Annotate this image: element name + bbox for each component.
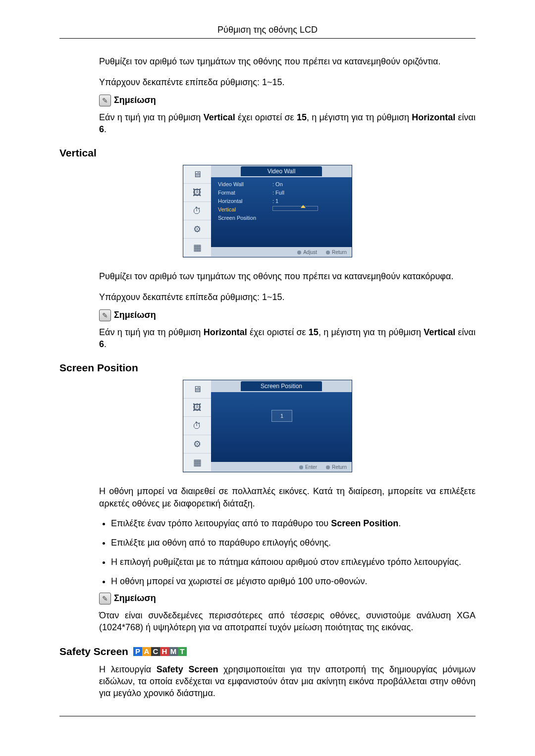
chip-c: C <box>151 647 160 656</box>
note-text: Εάν η τιμή για τη ρύθμιση Horizontal έχε… <box>99 326 476 351</box>
osd-footer-return: Return <box>326 464 347 470</box>
osd-body: 1 <box>211 392 352 462</box>
note-row: ✎ Σημείωση <box>99 593 476 605</box>
osd-icon-input: 🖥 <box>183 165 211 184</box>
t: έχει οριστεί σε <box>235 112 297 122</box>
t: 6 <box>99 339 104 349</box>
osd-key-selected: Vertical <box>218 206 272 212</box>
safety-text-block: Η λειτουργία Safety Screen χρησιμοποιείτ… <box>99 663 476 700</box>
osd-icon-picture: 🖼 <box>183 399 211 417</box>
note-text: Εάν η τιμή για τη ρύθμιση Vertical έχει … <box>99 111 476 136</box>
t: Horizontal <box>204 327 247 337</box>
osd-val: : 1 <box>272 198 346 204</box>
note-label: Σημείωση <box>114 593 156 604</box>
heading-text: Safety Screen <box>59 646 128 657</box>
body-text: Υπάρχουν δεκαπέντε επίπεδα ρύθμισης: 1~1… <box>99 291 476 303</box>
osd-video-wall: 🖥 🖼 ⏱ ⚙ ▦ Video Wall Video Wall: On Form… <box>59 165 476 257</box>
heading-screen-position: Screen Position <box>59 362 476 374</box>
osd-footer-adjust: Adjust <box>297 250 317 255</box>
list-item: Επιλέξτε μια οθόνη από το παράθυρο επιλο… <box>111 538 476 548</box>
mode-chips: P A C H M T <box>133 647 187 656</box>
osd-val: : Full <box>272 190 346 196</box>
osd-title-bar: Screen Position <box>211 380 352 392</box>
t: Εάν η τιμή για τη ρύθμιση <box>99 327 204 337</box>
osd-icon-settings: ⚙ <box>183 435 211 454</box>
list-item: Επιλέξτε έναν τρόπο λειτουργίας από το π… <box>111 518 476 529</box>
osd-screen-position: 🖥 🖼 ⏱ ⚙ ▦ Screen Position 1 Enter Return <box>59 380 476 472</box>
osd-icon-settings: ⚙ <box>183 220 211 239</box>
chip-a: A <box>142 647 151 656</box>
divider-top <box>59 38 476 39</box>
chip-h: H <box>160 647 169 656</box>
t: 15 <box>309 327 319 337</box>
osd-slider <box>272 206 346 212</box>
note-label: Σημείωση <box>114 310 156 320</box>
osd-footer-return: Return <box>326 250 347 255</box>
osd-sidebar: 🖥 🖼 ⏱ ⚙ ▦ <box>183 380 211 472</box>
t: είναι <box>455 112 476 122</box>
osd-key: Horizontal <box>218 198 272 204</box>
t: Εάν η τιμή για τη ρύθμιση <box>99 112 204 122</box>
osd-icon-multi: ▦ <box>183 454 211 472</box>
t: . <box>398 518 401 528</box>
body-text: Ρυθμίζει τον αριθμό των τμημάτων της οθό… <box>99 55 476 67</box>
osd-key: Format <box>218 190 272 196</box>
chip-m: M <box>169 647 178 656</box>
t: Safety Screen <box>157 664 218 674</box>
osd-grid-cell: 1 <box>271 410 292 422</box>
body-text: Υπάρχουν δεκαπέντε επίπεδα ρύθμισης: 1~1… <box>99 76 476 88</box>
note-text: Όταν είναι συνδεδεμένες περισσότερες από… <box>99 609 476 634</box>
note-icon: ✎ <box>99 95 111 106</box>
list-item: Η οθόνη μπορεί να χωριστεί σε μέγιστο αρ… <box>111 576 476 587</box>
t: Vertical <box>424 327 455 337</box>
body-text: Η λειτουργία Safety Screen χρησιμοποιείτ… <box>99 663 476 700</box>
chip-p: P <box>133 647 142 656</box>
osd-icon-timer: ⏱ <box>183 417 211 435</box>
t: 15 <box>297 112 307 122</box>
t: , η μέγιστη για τη ρύθμιση <box>319 327 424 337</box>
t: είναι <box>455 327 476 337</box>
t: , η μέγιστη για τη ρύθμιση <box>307 112 412 122</box>
osd-icon-timer: ⏱ <box>183 202 211 220</box>
bullet-list: Επιλέξτε έναν τρόπο λειτουργίας από το π… <box>99 518 476 587</box>
osd-sidebar: 🖥 🖼 ⏱ ⚙ ▦ <box>183 165 211 257</box>
t: 6 <box>99 124 104 134</box>
note-row: ✎ Σημείωση <box>99 309 476 321</box>
osd-panel: 🖥 🖼 ⏱ ⚙ ▦ Screen Position 1 Enter Return <box>183 380 352 472</box>
chip-t: T <box>178 647 187 656</box>
body-text: Η οθόνη μπορεί να διαιρεθεί σε πολλαπλές… <box>99 485 476 509</box>
osd-footer: Adjust Return <box>211 247 352 257</box>
t: Horizontal <box>412 112 455 122</box>
osd-val: : On <box>272 181 346 187</box>
running-header: Ρύθμιση της οθόνης LCD <box>59 25 476 35</box>
screen-position-text-block: Η οθόνη μπορεί να διαιρεθεί σε πολλαπλές… <box>99 485 476 633</box>
osd-icon-multi: ▦ <box>183 239 211 257</box>
osd-footer: Enter Return <box>211 462 352 472</box>
note-icon: ✎ <box>99 593 111 605</box>
osd-title-bar: Video Wall <box>211 165 352 177</box>
t: Επιλέξτε έναν τρόπο λειτουργίας από το π… <box>111 518 331 528</box>
t: Screen Position <box>331 518 398 528</box>
t: έχει οριστεί σε <box>247 327 309 337</box>
t: Vertical <box>204 112 235 122</box>
heading-vertical: Vertical <box>59 147 476 159</box>
osd-icon-input: 🖥 <box>183 380 211 399</box>
osd-title: Video Wall <box>241 166 322 176</box>
note-icon: ✎ <box>99 309 111 321</box>
t: . <box>104 124 107 134</box>
heading-safety-screen: Safety Screen P A C H M T <box>59 646 476 657</box>
note-row: ✎ Σημείωση <box>99 95 476 106</box>
list-item: Η επιλογή ρυθμίζεται με το πάτημα κάποιο… <box>111 557 476 567</box>
osd-footer-enter: Enter <box>299 464 317 470</box>
intro-block: Ρυθμίζει τον αριθμό των τμημάτων της οθό… <box>99 55 476 135</box>
body-text: Ρυθμίζει τον αριθμό των τμημάτων της οθό… <box>99 270 476 282</box>
note-label: Σημείωση <box>114 95 156 105</box>
t: . <box>104 339 107 349</box>
t: Η λειτουργία <box>99 664 157 674</box>
page: Ρύθμιση της οθόνης LCD Ρυθμίζει τον αριθ… <box>0 0 535 746</box>
vertical-text-block: Ρυθμίζει τον αριθμό των τμημάτων της οθό… <box>99 270 476 350</box>
osd-body: Video Wall: On Format: Full Horizontal: … <box>211 177 352 247</box>
osd-panel: 🖥 🖼 ⏱ ⚙ ▦ Video Wall Video Wall: On Form… <box>183 165 352 257</box>
osd-key: Screen Position <box>218 215 272 221</box>
divider-bottom <box>59 716 476 716</box>
